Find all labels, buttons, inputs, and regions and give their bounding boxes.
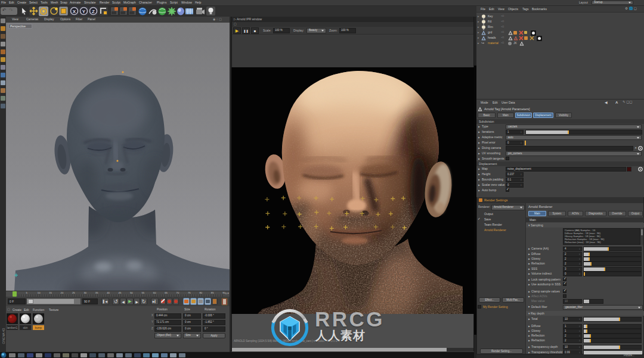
svg-text:30: 30 (83, 291, 86, 294)
svg-text:55: 55 (141, 291, 144, 294)
svg-text:Z: Z (92, 9, 95, 14)
svg-text:45: 45 (119, 291, 122, 294)
svg-text:20: 20 (61, 291, 64, 294)
svg-text:50: 50 (130, 291, 133, 294)
svg-text:80: 80 (199, 291, 202, 294)
svg-text:60: 60 (153, 291, 156, 294)
svg-text:25: 25 (72, 291, 75, 294)
svg-text:5: 5 (26, 291, 27, 294)
svg-text:85: 85 (211, 291, 214, 294)
svg-text:65: 65 (165, 291, 168, 294)
svg-text:0 F: 0 F (225, 292, 229, 295)
svg-text:35: 35 (95, 291, 98, 294)
svg-text:75: 75 (188, 291, 191, 294)
svg-text:40: 40 (107, 291, 110, 294)
svg-text:X: X (73, 9, 76, 14)
svg-text:70: 70 (177, 291, 179, 294)
svg-text:15: 15 (49, 291, 52, 294)
svg-text:Y: Y (82, 9, 86, 14)
svg-text:10: 10 (38, 291, 41, 294)
